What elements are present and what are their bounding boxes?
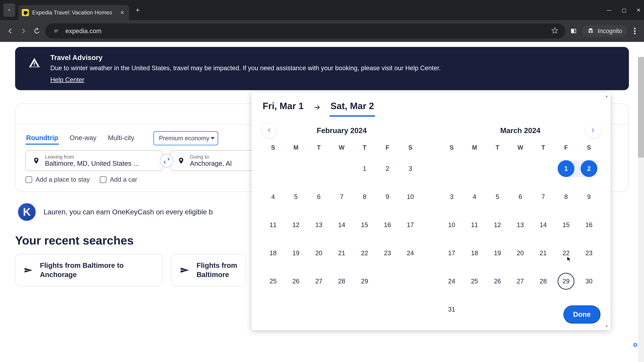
recent-search-card[interactable]: Flights from Baltimore to Anchorage (15, 254, 163, 286)
calendar-day[interactable]: 17 (440, 239, 463, 267)
calendar-day[interactable]: 27 (308, 267, 330, 295)
calendar-day[interactable]: 20 (509, 239, 532, 267)
trip-tab-roundtrip[interactable]: Roundtrip (26, 132, 59, 145)
leaving-from-field[interactable]: Leaving from Baltimore, MD, United State… (26, 150, 163, 171)
calendar-day[interactable]: 12 (284, 211, 307, 239)
bookmark-star-icon[interactable] (551, 27, 558, 35)
trip-tab-oneway[interactable]: One-way (69, 132, 97, 145)
address-bar[interactable]: expedia.com (45, 23, 565, 38)
close-window-icon[interactable]: ✕ (636, 7, 641, 13)
active-tab[interactable]: Expedia Travel: Vacation Homes × (18, 5, 129, 20)
calendar-day[interactable]: 15 (353, 211, 376, 239)
calendar-day[interactable]: 29 (353, 267, 376, 295)
calendar-day[interactable]: 21 (330, 239, 353, 267)
calendar-day[interactable]: 9 (578, 183, 600, 211)
chrome-menu-icon[interactable] (630, 27, 639, 35)
side-panel-icon[interactable] (568, 26, 578, 36)
new-tab-button[interactable]: + (136, 6, 140, 14)
prev-month-button[interactable] (262, 123, 277, 138)
done-button[interactable]: Done (563, 305, 600, 324)
calendar-day[interactable]: 22 (353, 239, 376, 267)
calendar-day[interactable]: 26 (284, 267, 307, 295)
calendar-day[interactable]: 19 (284, 239, 307, 267)
calendar-day[interactable]: 25 (262, 267, 284, 295)
calendar-day[interactable]: 26 (486, 267, 509, 295)
cabin-class-select[interactable]: Premium economy (154, 131, 218, 145)
calendar-day[interactable]: 11 (262, 211, 284, 239)
scrollbar-thumb[interactable] (638, 57, 644, 158)
back-button[interactable] (5, 26, 15, 36)
reload-button[interactable] (32, 26, 42, 36)
calendar-day[interactable]: 13 (308, 211, 330, 239)
calendar-day[interactable]: 7 (330, 183, 353, 211)
calendar-day[interactable]: 29 (554, 267, 578, 295)
help-center-link[interactable]: Help Center (50, 76, 84, 83)
departure-date-display[interactable]: Fri, Mar 1 (262, 99, 305, 117)
calendar-day[interactable]: 13 (509, 211, 532, 239)
calendar-day[interactable]: 23 (376, 239, 399, 267)
trip-tab-multicity[interactable]: Multi-city (107, 132, 135, 145)
calendar-day[interactable]: 28 (330, 267, 353, 295)
calendar-day[interactable]: 2 (578, 155, 600, 183)
calendar-day[interactable]: 10 (399, 183, 422, 211)
calendar-day[interactable]: 31 (440, 295, 463, 324)
calendar-day[interactable]: 30 (578, 267, 600, 295)
calendar-day[interactable]: 19 (486, 239, 509, 267)
site-info-icon[interactable] (52, 27, 60, 35)
calendar-day[interactable]: 17 (399, 211, 422, 239)
page-scrollbar[interactable] (638, 57, 644, 362)
recent-search-card[interactable]: Flights from Baltimore (171, 254, 246, 286)
calendar-day[interactable]: 5 (486, 183, 509, 211)
return-date-display[interactable]: Sat, Mar 2 (330, 99, 375, 117)
calendar-day[interactable]: 2 (376, 155, 399, 183)
calendar-day[interactable]: 14 (330, 211, 353, 239)
calendar-day[interactable]: 6 (509, 183, 532, 211)
calendar-day[interactable]: 28 (532, 267, 554, 295)
calendar-day[interactable]: 16 (376, 211, 399, 239)
calendar-day[interactable]: 10 (440, 211, 463, 239)
calendar-day[interactable]: 5 (284, 183, 307, 211)
maximize-icon[interactable]: ▢ (622, 7, 626, 13)
calendar-day[interactable]: 1 (554, 155, 578, 183)
calendar-day[interactable]: 11 (463, 211, 486, 239)
leaving-value: Baltimore, MD, United States ... (45, 160, 139, 167)
popover-scroll-down-icon[interactable]: ▾ (604, 324, 610, 329)
calendar-day[interactable]: 9 (376, 183, 399, 211)
calendar-day[interactable]: 3 (440, 183, 463, 211)
calendar-day[interactable]: 20 (308, 239, 330, 267)
incognito-badge[interactable]: Incognito (582, 25, 627, 37)
calendar-day[interactable]: 14 (532, 211, 554, 239)
calendar-day[interactable]: 6 (308, 183, 330, 211)
calendar-day[interactable]: 24 (399, 239, 422, 267)
calendar-day[interactable]: 27 (509, 267, 532, 295)
forward-button[interactable] (18, 26, 28, 36)
calendar-day[interactable]: 1 (353, 155, 376, 183)
tab-search-dropdown[interactable] (3, 3, 15, 17)
calendar-day[interactable]: 8 (353, 183, 376, 211)
calendar-day[interactable]: 8 (554, 183, 578, 211)
calendar-day[interactable]: 24 (440, 267, 463, 295)
calendar-day[interactable]: 18 (463, 239, 486, 267)
calendar-day[interactable]: 4 (463, 183, 486, 211)
swap-locations-button[interactable] (160, 154, 174, 167)
calendar-day[interactable]: 25 (463, 267, 486, 295)
calendar-day[interactable]: 22 (554, 239, 578, 267)
popover-scroll-up-icon[interactable]: ▴ (604, 93, 610, 99)
calendar-day[interactable]: 15 (554, 211, 578, 239)
calendar-day[interactable]: 4 (262, 183, 284, 211)
next-month-button[interactable] (585, 123, 600, 138)
add-car-checkbox[interactable]: Add a car (100, 176, 137, 183)
calendar-day[interactable]: 7 (532, 183, 554, 211)
add-stay-checkbox[interactable]: Add a place to stay (26, 176, 90, 183)
month-title: March 2024 (440, 126, 600, 135)
calendar-day[interactable]: 23 (578, 239, 600, 267)
checkbox-icon (26, 176, 32, 183)
calendar-day[interactable]: 3 (399, 155, 422, 183)
calendar-day[interactable]: 21 (532, 239, 554, 267)
calendar-day[interactable]: 16 (578, 211, 600, 239)
calendar-day[interactable]: 18 (262, 239, 284, 267)
minimize-icon[interactable]: — (606, 7, 612, 13)
calendar-day[interactable]: 12 (486, 211, 509, 239)
close-tab-icon[interactable]: × (120, 9, 124, 16)
calendar-dow: T (532, 141, 554, 155)
